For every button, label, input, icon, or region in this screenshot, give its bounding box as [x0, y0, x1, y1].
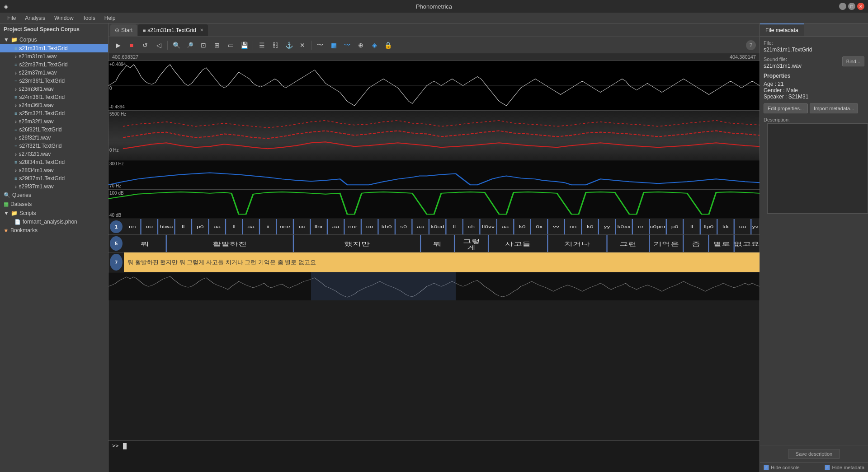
corpus-section[interactable]: ▼ 📁 Corpus	[0, 35, 108, 44]
menu-tools[interactable]: Tools	[79, 14, 99, 22]
bind-button[interactable]: Bind...	[842, 56, 864, 66]
tier-1-content[interactable]: nn oo htwa ll p0 aa ll aa ii nne cc	[124, 219, 760, 234]
console-area[interactable]: >>	[108, 440, 760, 472]
tree-item-s27f32f1-wav[interactable]: ♪ s27f32f1.wav	[0, 150, 108, 158]
tree-item-s23m36f1-wav[interactable]: ♪ s23m36f1.wav	[0, 85, 108, 93]
textgrid-icon-3: ≡	[14, 78, 17, 84]
tree-item-s23m36f1-textgrid[interactable]: ≡ s23m36f1.TextGrid	[0, 77, 108, 85]
zoom-in-button[interactable]: 🔍	[170, 39, 182, 51]
save-button[interactable]: 💾	[238, 39, 250, 51]
stop-button[interactable]: ■	[126, 39, 137, 51]
tree-item-s21m31m1-textgrid[interactable]: ≡ s21m31m1.TextGrid	[0, 44, 108, 52]
tree-item-s25m32f1-textgrid[interactable]: ≡ s25m32f1.TextGrid	[0, 109, 108, 117]
sidebar: Project Seoul Speech Corpus ▼ 📁 Corpus ≡…	[0, 23, 108, 472]
formant-button[interactable]: ⊕	[355, 39, 367, 51]
select-button[interactable]: ▭	[225, 39, 236, 51]
corpus-collapse-icon: ▼	[4, 37, 9, 43]
svg-text:별로: 별로	[713, 241, 730, 247]
datasets-section[interactable]: ▦ Datasets	[0, 200, 108, 209]
file-metadata-tab[interactable]: File metadata	[760, 23, 804, 36]
svg-text:aa: aa	[332, 224, 340, 229]
tab-textgrid[interactable]: ≡ s21m31m1.TextGrid ✕	[138, 24, 208, 36]
tree-item-s29f37m1-textgrid[interactable]: ≡ s29f37m1.TextGrid	[0, 174, 108, 182]
hide-metadata-checkbox[interactable]: ✓	[825, 465, 830, 470]
queries-section[interactable]: 🔍 Queries	[0, 191, 108, 200]
grid-button[interactable]: ☰	[256, 39, 268, 51]
pitch-button[interactable]: 〰	[341, 39, 353, 51]
tree-item-s27f32f1-textgrid[interactable]: ≡ s27f32f1.TextGrid	[0, 142, 108, 150]
back-button[interactable]: ◁	[153, 39, 165, 51]
svg-text:ll: ll	[453, 224, 456, 229]
textgrid-icon-5: ≡	[14, 111, 17, 116]
waveform-button[interactable]: 〜	[314, 39, 326, 51]
tab-start[interactable]: ⊙ Start	[110, 24, 137, 36]
description-textarea[interactable]	[767, 123, 868, 214]
app-title: Phonometrica	[416, 3, 452, 10]
rewind-button[interactable]: ↺	[139, 39, 151, 51]
bookmarks-section[interactable]: ★ Bookmarks	[0, 226, 108, 235]
queries-icon: 🔍	[4, 192, 10, 198]
hide-metadata-check[interactable]: ✓ Hide metadata	[825, 465, 864, 470]
tree-item-s28f34m1-textgrid[interactable]: ≡ s28f34m1.TextGrid	[0, 158, 108, 166]
tree-item-s22m37m1-wav[interactable]: ♪ s22m37m1.wav	[0, 69, 108, 77]
tree-item-formant-analysis[interactable]: 📄 formant_analysis.phon	[0, 218, 108, 226]
tree-item-s22m37m1-textgrid[interactable]: ≡ s22m37m1.TextGrid	[0, 61, 108, 69]
tree-item-s26f32f1-wav[interactable]: ♪ s26f32f1.wav	[0, 134, 108, 142]
fit-selection-button[interactable]: ⊡	[198, 39, 209, 51]
svg-text:ll: ll	[690, 224, 693, 229]
tree-item-s29f37m1-wav[interactable]: ♪ s29f37m1.wav	[0, 182, 108, 191]
minimize-button[interactable]: —	[839, 3, 846, 10]
help-button[interactable]: ?	[746, 40, 756, 50]
svg-text:했지만: 했지만	[344, 241, 370, 247]
wav-icon-5: ♪	[14, 119, 17, 124]
maximize-button[interactable]: □	[848, 3, 855, 10]
tree-item-s28f34m1-wav[interactable]: ♪ s28f34m1.wav	[0, 166, 108, 174]
tree-item-s21m31m1-wav[interactable]: ♪ s21m31m1.wav	[0, 52, 108, 61]
tier-5-content[interactable]: 뭐 활발하진 했지만 뭐 그렇 게 사고들 치거나 그런 기억은 좀	[124, 235, 760, 252]
zoom-out-button[interactable]: 🔎	[184, 39, 196, 51]
tab-close-button[interactable]: ✕	[200, 28, 203, 33]
spectrogram-button[interactable]: ▦	[328, 39, 340, 51]
waveform-panel: +0.4894 0 -0.4894	[108, 61, 760, 111]
menu-analysis[interactable]: Analysis	[21, 14, 49, 22]
hide-console-check[interactable]: ✓ Hide console	[764, 465, 800, 470]
import-metadata-button[interactable]: Import metadata...	[810, 103, 858, 113]
svg-text:llnr: llnr	[315, 224, 323, 229]
close-annotation-button[interactable]: ✕	[297, 39, 308, 51]
menu-file[interactable]: File	[4, 14, 19, 22]
link-button[interactable]: ⛓	[269, 39, 281, 51]
app-icon[interactable]: ◈	[4, 3, 9, 10]
lock-button[interactable]: 🔒	[382, 39, 394, 51]
svg-text:0x: 0x	[536, 224, 542, 229]
tier-1-svg: nn oo htwa ll p0 aa ll aa ii nne cc	[124, 219, 760, 234]
svg-text:nn: nn	[129, 224, 136, 229]
intensity-button[interactable]: ◈	[368, 39, 380, 51]
menu-window[interactable]: Window	[51, 14, 77, 22]
wav-icon-1: ♪	[14, 54, 17, 59]
time-ruler: 400.698327 404.380147	[108, 53, 760, 61]
tier-7-content[interactable]: 뭐 활발하진 했지만 뭐 그렇게 사고들 치거나 그런 기억은 좀 별로 없고요	[124, 252, 760, 272]
edit-properties-button[interactable]: Edit properties...	[764, 103, 808, 113]
mini-waveform[interactable]	[108, 272, 760, 300]
tier-5-svg: 뭐 활발하진 했지만 뭐 그렇 게 사고들 치거나 그런 기억은 좀	[124, 235, 760, 252]
close-button[interactable]: ✕	[857, 3, 864, 10]
time-end: 404.380147	[730, 54, 756, 60]
textgrid-icon-7: ≡	[14, 143, 17, 149]
menu-help[interactable]: Help	[101, 14, 119, 22]
fit-all-button[interactable]: ⊞	[211, 39, 223, 51]
svg-text:aa: aa	[213, 224, 221, 229]
svg-text:aa: aa	[502, 224, 509, 229]
tree-item-s25m32f1-wav[interactable]: ♪ s25m32f1.wav	[0, 117, 108, 126]
tree-item-s24m36f1-wav[interactable]: ♪ s24m36f1.wav	[0, 101, 108, 109]
scripts-section[interactable]: ▼ 📁 Scripts	[0, 209, 108, 218]
svg-text:뭐: 뭐	[141, 241, 149, 247]
save-description-button[interactable]: Save description	[788, 449, 840, 459]
svg-text:k0: k0	[587, 224, 594, 229]
textgrid-icon-2: ≡	[14, 62, 17, 67]
tree-item-s26f32f1-textgrid[interactable]: ≡ s26f32f1.TextGrid	[0, 126, 108, 134]
tree-item-s24m36f1-textgrid[interactable]: ≡ s24m36f1.TextGrid	[0, 93, 108, 101]
svg-text:ll: ll	[233, 224, 236, 229]
hide-console-checkbox[interactable]: ✓	[764, 465, 769, 470]
play-button[interactable]: ▶	[112, 39, 124, 51]
anchor-button[interactable]: ⚓	[283, 39, 295, 51]
